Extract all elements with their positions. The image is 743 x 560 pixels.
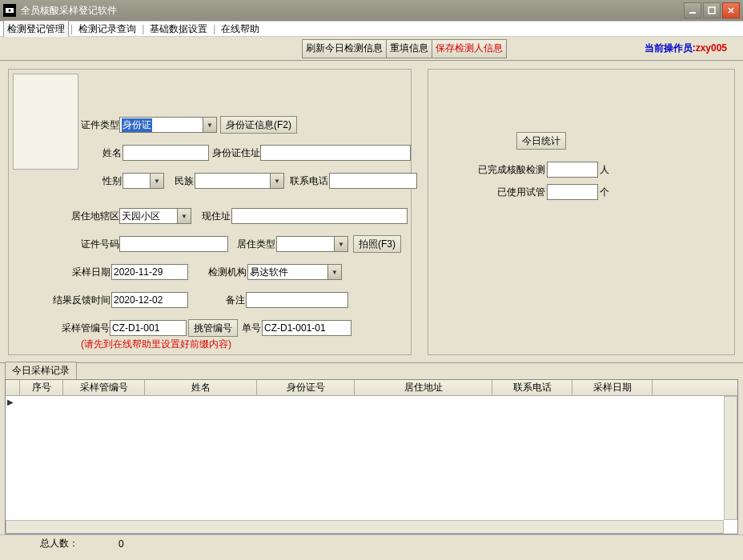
chevron-down-icon[interactable]: ▼ [177, 208, 191, 224]
close-button[interactable] [722, 2, 740, 18]
reset-button[interactable]: 重填信息 [386, 39, 432, 58]
save-button[interactable]: 保存检测人信息 [432, 39, 507, 58]
svg-point-1 [9, 10, 11, 12]
cert-type-dropdown[interactable]: 身份证 ▼ [119, 117, 217, 133]
feedback-input[interactable] [111, 292, 188, 308]
form-box: 证件类型 身份证 ▼ 身份证信息(F2) 姓名 身份证住址 性别 [8, 69, 412, 355]
gender-label: 性别 [100, 174, 122, 188]
nation-label: 民族 [169, 174, 195, 188]
stats-box: 今日统计 已完成核酸检测 人 已使用试管 个 [428, 69, 735, 355]
tube-input[interactable] [110, 320, 187, 336]
menu-bar: 检测登记管理 | 检测记录查询 | 基础数据设置 | 在线帮助 [0, 21, 743, 37]
svg-rect-3 [709, 7, 715, 14]
residence-type-dropdown[interactable]: ▼ [276, 236, 348, 252]
chevron-down-icon[interactable]: ▼ [150, 173, 164, 189]
done-unit: 人 [600, 163, 609, 177]
col-addr[interactable]: 居住地址 [355, 380, 492, 395]
id-info-button[interactable]: 身份证信息(F2) [220, 116, 297, 134]
test-org-dropdown[interactable]: ▼ [247, 264, 342, 280]
cert-type-label: 证件类型 [81, 118, 119, 132]
done-label: 已完成核酸检测 [478, 163, 545, 177]
cert-no-input[interactable] [119, 236, 228, 252]
id-addr-label: 身份证住址 [212, 146, 260, 160]
name-label: 姓名 [100, 146, 122, 160]
menu-item-query[interactable]: 检测记录查询 [74, 20, 140, 38]
id-addr-input[interactable] [260, 145, 411, 161]
total-label: 总人数： [40, 537, 78, 550]
col-seq[interactable]: 序号 [20, 380, 63, 395]
menu-item-basedata[interactable]: 基础数据设置 [146, 20, 211, 38]
maximize-button[interactable] [703, 2, 721, 18]
tab-today-records[interactable]: 今日采样记录 [5, 362, 77, 379]
change-tube-button[interactable]: 挑管编号 [188, 319, 238, 337]
sample-date-label: 采样日期 [71, 266, 111, 279]
sample-date-input[interactable] [111, 264, 188, 280]
toolbar: 刷新今日检测信息 重填信息 保存检测人信息 当前操作员:zxy005 [0, 37, 743, 61]
cert-no-label: 证件号码 [81, 238, 119, 251]
residence-label: 居住地辖区 [71, 210, 119, 223]
col-id-no[interactable]: 身份证号 [257, 380, 355, 395]
current-addr-input[interactable] [231, 208, 408, 224]
photo-button[interactable]: 拍照(F3) [353, 235, 401, 253]
app-icon [3, 4, 16, 17]
photo-placeholder [13, 74, 78, 170]
phone-label: 联系电话 [287, 174, 329, 188]
records-table: 序号 采样管编号 姓名 身份证号 居住地址 联系电话 采样日期 ▶ [5, 379, 738, 534]
operator-info: 当前操作员:zxy005 [645, 42, 727, 55]
row-cursor-icon: ▶ [7, 398, 14, 406]
done-count-input[interactable] [547, 162, 598, 178]
col-tube-no[interactable]: 采样管编号 [63, 380, 145, 395]
single-no-input[interactable] [262, 320, 351, 336]
nation-dropdown[interactable]: ▼ [195, 173, 284, 189]
col-sample-date[interactable]: 采样日期 [572, 380, 653, 395]
chevron-down-icon[interactable]: ▼ [327, 264, 342, 280]
col-name[interactable]: 姓名 [145, 380, 257, 395]
refresh-button[interactable]: 刷新今日检测信息 [302, 39, 387, 58]
svg-rect-2 [689, 12, 696, 14]
title-bar: 全员核酸采样登记软件 [0, 0, 743, 21]
chevron-down-icon[interactable]: ▼ [270, 173, 284, 189]
row-indicator-header [6, 380, 20, 395]
current-addr-label: 现住址 [198, 210, 231, 223]
chevron-down-icon[interactable]: ▼ [334, 236, 348, 252]
residence-type-label: 居住类型 [233, 238, 276, 251]
remark-input[interactable] [246, 292, 348, 308]
vertical-scrollbar[interactable] [724, 396, 737, 520]
prefix-hint: (请先到在线帮助里设置好前缀内容) [81, 338, 231, 351]
col-phone[interactable]: 联系电话 [492, 380, 572, 395]
phone-input[interactable] [329, 173, 417, 189]
feedback-label: 结果反馈时间 [52, 294, 111, 307]
today-stat-button[interactable]: 今日统计 [516, 132, 566, 150]
test-org-label: 检测机构 [203, 266, 247, 279]
name-input[interactable] [122, 145, 209, 161]
minimize-button[interactable] [684, 2, 701, 18]
total-value: 0 [118, 538, 124, 550]
used-unit: 个 [600, 186, 609, 199]
gender-dropdown[interactable]: ▼ [122, 173, 164, 189]
menu-item-register[interactable]: 检测登记管理 [3, 20, 69, 38]
chevron-down-icon[interactable]: ▼ [203, 117, 217, 133]
used-count-input[interactable] [547, 184, 598, 200]
used-label: 已使用试管 [497, 186, 545, 199]
horizontal-scrollbar[interactable] [6, 520, 724, 534]
remark-label: 备注 [212, 294, 246, 307]
status-bar: 总人数： 0 [0, 534, 743, 552]
menu-item-help[interactable]: 在线帮助 [217, 20, 263, 38]
tube-label: 采样管编号 [62, 322, 110, 335]
window-title: 全员核酸采样登记软件 [21, 4, 684, 18]
single-no-label: 单号 [239, 322, 262, 335]
residence-dropdown[interactable]: ▼ [119, 208, 191, 224]
